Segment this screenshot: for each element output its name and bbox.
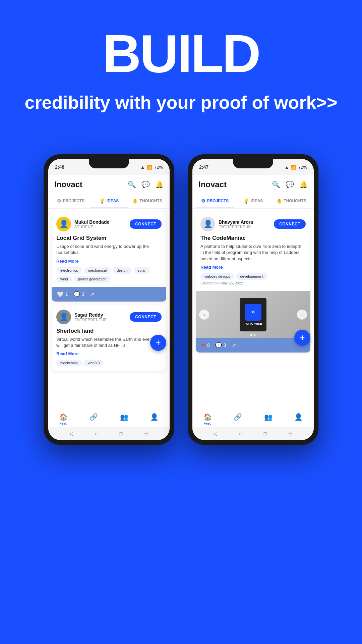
tag-solar: solar: [134, 267, 150, 274]
connect-btn-1[interactable]: CONNECT: [130, 219, 162, 229]
people-icon-right: 👥: [264, 413, 273, 421]
card-desc-2: Virtual world which resembles the Earth …: [56, 336, 162, 348]
author-info-2: 👤 Sagar Reddy ENTREPRENEUR: [56, 310, 107, 324]
search-icon-left[interactable]: 🔍: [128, 180, 136, 189]
projects-icon: ⚙: [57, 198, 61, 204]
heart-icon-1: 🤍: [57, 291, 64, 298]
tags-r1: webdev devops developement: [200, 273, 306, 280]
tab-ideas-left[interactable]: 💡 IDEAS: [90, 194, 128, 208]
home-btn-right[interactable]: ○: [239, 431, 242, 436]
home-icon-left: 🏠: [59, 413, 68, 421]
home-btn-left[interactable]: ○: [95, 431, 98, 436]
like-btn-1[interactable]: 🤍 1: [57, 291, 68, 298]
card-author-1: 👤 Mukul Bondade STUDENT CONNECT: [56, 217, 162, 231]
read-more-2[interactable]: Read More: [56, 351, 162, 356]
tab-projects-left[interactable]: ⚙ PROJECTS: [52, 194, 90, 208]
card-title-2: Sherlock land: [56, 328, 162, 334]
tag-blockchain: blockchain: [56, 360, 82, 366]
tab-ideas-right[interactable]: 💡 IDEAS: [234, 194, 272, 208]
comment-btn-1[interactable]: 💬 3: [73, 291, 84, 298]
card-body-r1: 👤 Bhavyam Arora ENTREPRENEUR CONNECT The…: [196, 212, 310, 291]
author-name-r1: Bhavyam Arora: [219, 219, 253, 225]
card-body-2: 👤 Sagar Reddy ENTREPRENEUR CONNECT Sherl…: [52, 305, 166, 371]
people-icon-left: 👥: [120, 413, 128, 421]
battery-left: 72%: [154, 165, 163, 170]
image-logo: ⚙: [245, 304, 261, 321]
fab-right[interactable]: +: [294, 330, 310, 346]
share-icon-r1: ↗: [232, 342, 236, 348]
like-count-1: 1: [65, 291, 68, 297]
post-card-1-left: 👤 Mukul Bondade STUDENT CONNECT Local Gr…: [52, 212, 166, 301]
bell-icon-left[interactable]: 🔔: [155, 180, 164, 189]
card-body-1: 👤 Mukul Bondade STUDENT CONNECT Local Gr…: [52, 212, 166, 287]
nav-people-right[interactable]: 👥: [264, 413, 273, 425]
nav-profile-left[interactable]: 👤: [150, 413, 159, 425]
nav-people-left[interactable]: 👥: [120, 413, 128, 425]
dot-2: [254, 334, 256, 336]
author-role-r1: ENTREPRENEUR: [219, 225, 253, 229]
chat-icon-left[interactable]: 💬: [141, 180, 150, 189]
nav-link-right[interactable]: 🔗: [234, 413, 242, 425]
app-content-right: Inovact 🔍 💬 🔔 ⚙ PROJECTS 💡 ID: [192, 175, 314, 410]
recents-btn-left[interactable]: □: [120, 431, 122, 436]
header-icons-left: 🔍 💬 🔔: [128, 180, 164, 189]
read-more-r1[interactable]: Read More: [200, 265, 306, 270]
nav-feed-right[interactable]: 🏠 Feed: [203, 413, 212, 425]
comment-count-r1: 3: [224, 342, 226, 348]
tab-projects-right[interactable]: ⚙ PROJECTS: [196, 194, 234, 208]
chat-icon-right[interactable]: 💬: [286, 180, 294, 189]
avatar-r1: 👤: [200, 217, 215, 231]
read-more-1[interactable]: Read More: [56, 259, 162, 264]
author-name-2: Sagar Reddy: [74, 312, 107, 318]
app-header-left: Inovact 🔍 💬 🔔: [48, 175, 170, 194]
hero-subtitle: credibility with your proof of work>>: [20, 91, 342, 114]
back-btn-right[interactable]: ◁: [214, 431, 217, 436]
nav-feed-left[interactable]: 🏠 Feed: [59, 413, 68, 425]
author-info-1: 👤 Mukul Bondade STUDENT: [56, 217, 109, 231]
recents-btn-right[interactable]: □: [264, 431, 266, 436]
hero-build-text: BUILD: [20, 27, 342, 80]
bottom-nav-right: 🏠 Feed 🔗 👥 👤: [192, 410, 314, 427]
nav-profile-right[interactable]: 👤: [294, 413, 303, 425]
share-btn-1[interactable]: ↗: [90, 291, 94, 298]
status-icons-left: ▲ 📶 72%: [140, 165, 163, 170]
wifi-icon-right: ▲: [285, 165, 289, 170]
tag-electronics: electronics: [56, 267, 82, 274]
projects-icon-right: ⚙: [201, 198, 205, 204]
tab-thoughts-left[interactable]: 🤚 THOUGHTS: [128, 194, 166, 208]
phone-right-inner: 2:47 ▲ 📶 72% Inovact 🔍 💬 🔔: [192, 159, 314, 440]
next-arrow[interactable]: ›: [297, 310, 307, 320]
connect-btn-r1[interactable]: CONNECT: [274, 219, 306, 229]
back-btn-left[interactable]: ◁: [69, 431, 73, 436]
share-btn-r1[interactable]: ↗: [232, 342, 236, 348]
connect-btn-2[interactable]: CONNECT: [130, 312, 162, 322]
menu-btn-right[interactable]: ☰: [288, 431, 293, 436]
image-inner: ⚙ TOPIC WISE: [240, 298, 266, 331]
card-author-r1: 👤 Bhavyam Arora ENTREPRENEUR CONNECT: [200, 217, 306, 231]
comment-btn-r1[interactable]: 💬 3: [215, 342, 226, 348]
status-time-left: 2:48: [55, 164, 64, 170]
tab-projects-label: PROJECTS: [63, 199, 85, 203]
prev-arrow[interactable]: ‹: [199, 310, 209, 320]
author-role-2: ENTREPRENEUR: [74, 318, 107, 322]
avatar-2: 👤: [56, 310, 71, 324]
menu-btn-left[interactable]: ☰: [144, 431, 148, 436]
like-btn-r1[interactable]: ❤ 8: [201, 342, 210, 348]
home-icon-right: 🏠: [203, 413, 212, 421]
tab-thoughts-right[interactable]: 🤚 THOUGHTS: [272, 194, 310, 208]
search-icon-right[interactable]: 🔍: [272, 180, 280, 189]
bell-icon-right[interactable]: 🔔: [299, 180, 308, 189]
link-icon-right: 🔗: [234, 413, 242, 421]
android-nav-left: ◁ ○ □ ☰: [48, 427, 170, 440]
tab-ideas-label-right: IDEAS: [251, 199, 263, 203]
app-logo-right: Inovact: [198, 180, 227, 189]
tag-power-generation: power generation: [74, 276, 111, 282]
fab-left[interactable]: +: [150, 335, 166, 351]
tab-thoughts-label: THOUGHTS: [139, 199, 162, 203]
profile-icon-left: 👤: [150, 413, 159, 421]
comment-icon-r1: 💬: [215, 342, 222, 348]
nav-link-left[interactable]: 🔗: [89, 413, 98, 425]
card-footer-1: 🤍 1 💬 3 ↗: [52, 287, 166, 302]
battery-right: 72%: [298, 165, 307, 170]
tab-ideas-label: IDEAS: [107, 199, 119, 203]
